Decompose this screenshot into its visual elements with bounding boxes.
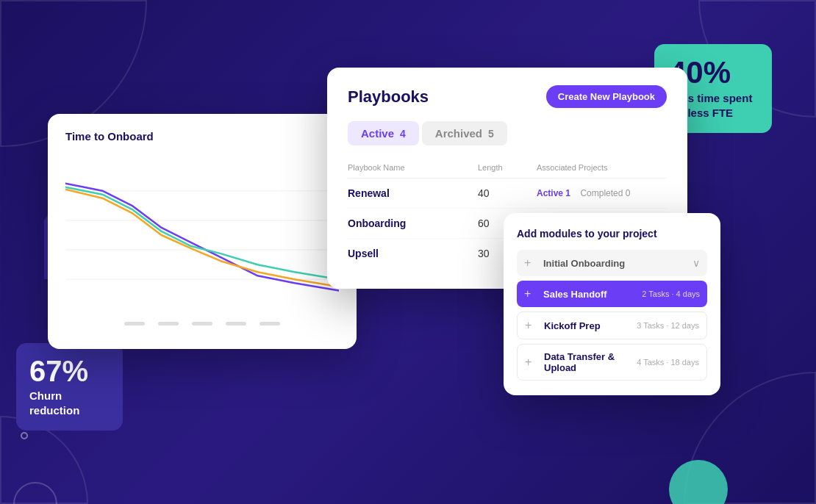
proj-active-renewal: Active 1 (537, 188, 570, 198)
row-name-onboarding: Onboarding (348, 217, 478, 229)
row-projects-renewal: Active 1 Completed 0 (537, 188, 667, 198)
module-name-initial: Initial Onboarding (543, 258, 685, 269)
scroll-dots (65, 322, 339, 325)
modules-title: Add modules to your project (517, 228, 707, 240)
chart-title: Time to Onboard (65, 130, 339, 143)
module-plus-icon: + (524, 256, 536, 270)
playbooks-tabs: Active 4 Archived 5 (348, 121, 667, 145)
module-plus-icon: + (525, 319, 537, 332)
churn-percentage: 67% (29, 356, 110, 386)
col-header-projects: Associated Projects (537, 163, 667, 172)
module-item-sales-handoff[interactable]: + Sales Handoff 2 Tasks · 4 days (517, 281, 707, 307)
module-meta-transfer: 4 Tasks · 18 days (637, 358, 699, 367)
module-name-sales: Sales Handoff (543, 289, 634, 300)
table-header: Playbook Name Length Associated Projects (348, 159, 667, 179)
playbooks-title: Playbooks (348, 87, 429, 107)
tab-archived[interactable]: Archived 5 (422, 121, 507, 145)
module-name-kickoff: Kickoff Prep (544, 320, 629, 331)
proj-completed-renewal: Completed 0 (580, 188, 630, 198)
chart-area (65, 154, 339, 316)
module-meta-kickoff: 3 Tasks · 12 days (637, 321, 699, 330)
module-item-kickoff-prep[interactable]: + Kickoff Prep 3 Tasks · 12 days (517, 312, 707, 339)
tab-active-label: Active (361, 127, 394, 140)
deco-dot (21, 432, 28, 439)
module-plus-icon: + (525, 356, 537, 369)
row-name-renewal: Renewal (348, 187, 478, 199)
row-length-renewal: 40 (478, 187, 537, 199)
module-plus-icon: + (524, 287, 536, 300)
create-playbook-button[interactable]: Create New Playbook (546, 85, 667, 108)
churn-description: Churn reduction (29, 389, 110, 417)
tab-active[interactable]: Active 4 (348, 121, 419, 145)
module-item-data-transfer[interactable]: + Data Transfer & Upload 4 Tasks · 18 da… (517, 344, 707, 381)
modules-card: Add modules to your project + Initial On… (504, 213, 720, 395)
tab-active-count: 4 (400, 128, 406, 140)
table-row: Renewal 40 Active 1 Completed 0 (348, 179, 667, 209)
tab-archived-label: Archived (435, 127, 482, 140)
module-name-transfer: Data Transfer & Upload (544, 351, 629, 373)
module-item-initial-onboarding[interactable]: + Initial Onboarding ∨ (517, 250, 707, 276)
row-name-upsell: Upsell (348, 248, 478, 259)
chart-card: Time to Onboard (48, 114, 357, 349)
churn-badge: 67% Churn reduction (16, 343, 123, 431)
playbooks-header: Playbooks Create New Playbook (348, 85, 667, 108)
chevron-down-icon: ∨ (692, 257, 700, 269)
module-meta-sales: 2 Tasks · 4 days (642, 289, 700, 298)
col-header-length: Length (478, 163, 537, 172)
col-header-name: Playbook Name (348, 163, 478, 172)
tab-archived-count: 5 (488, 128, 494, 140)
